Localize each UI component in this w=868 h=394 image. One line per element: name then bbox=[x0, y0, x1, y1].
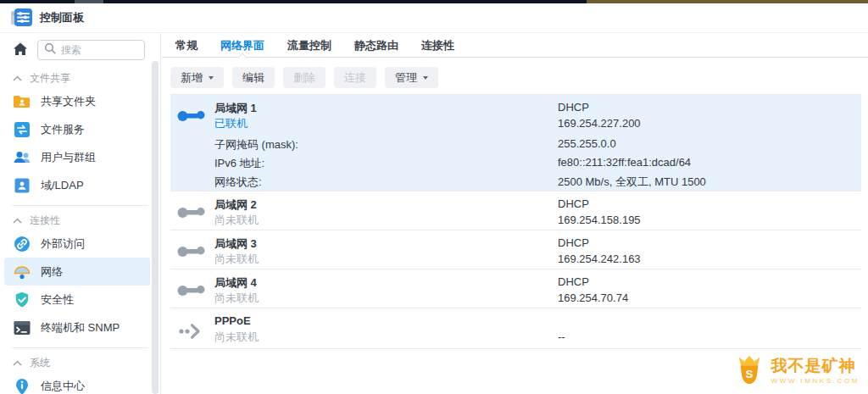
connection-type: DHCP bbox=[558, 236, 589, 249]
status-text: 尚未联机 bbox=[214, 291, 259, 306]
shared-folder-icon bbox=[12, 92, 32, 112]
ip-address: 169.254.158.195 bbox=[558, 214, 641, 226]
status-text: 尚未联机 bbox=[214, 213, 259, 228]
manage-button[interactable]: 管理 bbox=[385, 67, 438, 88]
status-link[interactable]: 已联机 bbox=[214, 116, 248, 131]
toolbar: 新增 编辑 删除 连接 管理 bbox=[170, 67, 868, 88]
section-header-file-sharing[interactable]: 文件共享 bbox=[0, 69, 160, 87]
lan-disconnected-icon bbox=[176, 280, 207, 304]
section-label: 连接性 bbox=[30, 214, 60, 228]
connection-type: DHCP bbox=[558, 101, 589, 114]
network-icon bbox=[12, 262, 32, 282]
detail-labels: 子网掩码 (mask): IPv6 地址: 网络状态: bbox=[214, 137, 298, 193]
sidebar-item-terminal-snmp[interactable]: 终端机和 SNMP bbox=[4, 314, 150, 341]
sidebar-item-users-groups[interactable]: 用户与群组 bbox=[4, 143, 150, 171]
main-content: 常规 网络界面 流量控制 静态路由 连接性 新增 编辑 删除 连接 管理 bbox=[162, 33, 868, 394]
sidebar-divider bbox=[12, 205, 148, 206]
detail-label: 子网掩码 (mask): bbox=[214, 137, 298, 156]
interface-row-lan2[interactable]: 局域网 2 尚未联机 DHCP 169.254.158.195 bbox=[170, 191, 861, 230]
detail-label: IPv6 地址: bbox=[214, 156, 298, 175]
info-center-icon bbox=[12, 376, 32, 394]
sidebar-item-security[interactable]: 安全性 bbox=[4, 286, 150, 314]
sidebar-item-shared-folder[interactable]: 共享文件夹 bbox=[4, 87, 150, 115]
tab-connectivity[interactable]: 连接性 bbox=[421, 33, 454, 58]
home-button[interactable] bbox=[10, 39, 31, 62]
detail-value: 2500 Mb/s, 全双工, MTU 1500 bbox=[558, 175, 706, 193]
interface-list: 局域网 1 已联机 DHCP 169.254.227.200 子网掩码 (mas… bbox=[170, 94, 861, 349]
control-panel-icon bbox=[11, 8, 33, 28]
tab-network-interface[interactable]: 网络界面 bbox=[220, 33, 264, 58]
interface-name: 局域网 3 bbox=[214, 236, 257, 252]
interface-name: 局域网 2 bbox=[214, 197, 257, 213]
pppoe-icon bbox=[176, 321, 207, 345]
lan-connected-icon bbox=[176, 106, 207, 130]
tab-static-route[interactable]: 静态路由 bbox=[354, 33, 398, 58]
file-services-icon bbox=[12, 119, 32, 140]
interface-row-lan1[interactable]: 局域网 1 已联机 DHCP 169.254.227.200 子网掩码 (mas… bbox=[170, 95, 861, 191]
connection-type: DHCP bbox=[558, 197, 589, 210]
watermark-site: WWW.IMNKS.COM bbox=[771, 377, 860, 385]
ip-address: 169.254.242.163 bbox=[558, 252, 641, 265]
section-label: 系统 bbox=[30, 356, 50, 370]
caret-down-icon bbox=[209, 76, 214, 80]
ip-address: -- bbox=[558, 330, 565, 343]
delete-button[interactable]: 删除 bbox=[283, 67, 326, 88]
security-shield-icon bbox=[12, 290, 32, 310]
tab-traffic-control[interactable]: 流量控制 bbox=[287, 33, 331, 58]
interface-row-lan4[interactable]: 局域网 4 尚未联机 DHCP 169.254.70.74 bbox=[170, 269, 861, 308]
svg-text:S: S bbox=[745, 368, 753, 380]
interface-name: PPPoE bbox=[214, 314, 251, 327]
search-icon bbox=[44, 42, 56, 58]
watermark-logo-icon: S bbox=[732, 353, 767, 389]
domain-ldap-icon bbox=[12, 175, 32, 196]
watermark-title: 我不是矿神 bbox=[771, 358, 860, 375]
chevron-up-icon bbox=[13, 214, 22, 226]
status-text: 尚未联机 bbox=[214, 252, 259, 267]
create-button[interactable]: 新增 bbox=[170, 67, 224, 88]
status-text: 尚未联机 bbox=[214, 330, 259, 345]
watermark: S 我不是矿神 WWW.IMNKS.COM bbox=[732, 353, 860, 389]
window-titlebar: 控制面板 bbox=[0, 3, 868, 33]
users-groups-icon bbox=[12, 147, 32, 168]
connection-type: DHCP bbox=[558, 275, 589, 288]
interface-row-pppoe[interactable]: PPPoE 尚未联机 -- bbox=[170, 308, 861, 349]
ip-address: 169.254.227.200 bbox=[558, 117, 641, 130]
home-icon bbox=[12, 41, 29, 60]
sidebar-item-file-services[interactable]: 文件服务 bbox=[4, 115, 150, 143]
chevron-up-icon bbox=[13, 72, 22, 84]
sidebar-item-external-access[interactable]: 外部访问 bbox=[4, 230, 150, 258]
caret-down-icon bbox=[423, 76, 428, 80]
section-header-system[interactable]: 系统 bbox=[0, 353, 160, 372]
window-title: 控制面板 bbox=[40, 10, 84, 25]
sidebar-item-network[interactable]: 网络 bbox=[4, 258, 150, 286]
search-input[interactable] bbox=[61, 44, 129, 56]
tab-bar: 常规 网络界面 流量控制 静态路由 连接性 bbox=[162, 33, 868, 58]
detail-value: 255.255.0.0 bbox=[558, 137, 706, 156]
lan-disconnected-icon bbox=[176, 203, 207, 226]
sidebar-item-domain-ldap[interactable]: 域/LDAP bbox=[4, 171, 150, 199]
sidebar-item-info-center[interactable]: 信息中心 bbox=[4, 372, 150, 394]
control-panel-window: 控制面板 文件共享 共享文 bbox=[0, 0, 868, 394]
section-label: 文件共享 bbox=[30, 71, 70, 86]
external-access-icon bbox=[12, 234, 32, 254]
sidebar: 文件共享 共享文件夹 文件服务 用户与群组 域/LDAP bbox=[0, 33, 161, 394]
chevron-up-icon bbox=[13, 357, 22, 369]
detail-value: fe80::211:32ff:fea1:dcad/64 bbox=[558, 156, 706, 175]
ip-address: 169.254.70.74 bbox=[558, 291, 628, 304]
tab-general[interactable]: 常规 bbox=[175, 33, 198, 58]
interface-name: 局域网 1 bbox=[214, 101, 257, 116]
connect-button[interactable]: 连接 bbox=[334, 67, 376, 88]
interface-row-lan3[interactable]: 局域网 3 尚未联机 DHCP 169.254.242.163 bbox=[170, 230, 861, 269]
lan-disconnected-icon bbox=[176, 241, 207, 265]
edit-button[interactable]: 编辑 bbox=[232, 67, 275, 88]
terminal-icon bbox=[12, 318, 32, 338]
detail-label: 网络状态: bbox=[214, 175, 298, 193]
sidebar-scrollbar[interactable] bbox=[152, 33, 159, 394]
sidebar-divider bbox=[12, 347, 148, 348]
interface-name: 局域网 4 bbox=[214, 275, 257, 291]
detail-values: 255.255.0.0 fe80::211:32ff:fea1:dcad/64 … bbox=[558, 137, 706, 193]
section-header-connectivity[interactable]: 连接性 bbox=[0, 211, 160, 230]
search-box[interactable] bbox=[37, 40, 145, 60]
